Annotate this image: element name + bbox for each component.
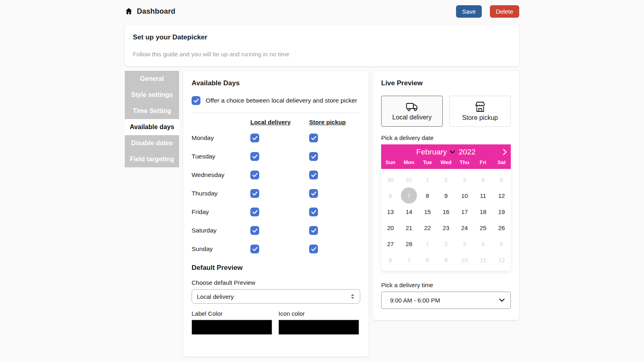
day-column-spacer	[192, 119, 250, 129]
tab-available-days[interactable]: Available days	[125, 119, 179, 135]
delivery-time-value: 9:00 AM - 6:00 PM	[390, 297, 440, 304]
cell	[309, 147, 360, 166]
tab-general[interactable]: General	[125, 71, 179, 87]
select-stepper-icon	[350, 293, 355, 300]
calendar-day-31-muted: 31	[400, 171, 418, 187]
calendar-day-15[interactable]: 15	[418, 204, 437, 220]
day-name-sat: Sat	[492, 159, 511, 165]
calendar-day-28[interactable]: 28	[400, 236, 418, 252]
calendar-day-18[interactable]: 18	[474, 204, 492, 220]
offer-choice-label: Offer a choice between local delievery a…	[206, 97, 357, 104]
next-month-button[interactable]	[503, 149, 507, 155]
calendar-day-11-muted: 11	[474, 252, 492, 268]
setup-intro-card: Set up your Datepicker Follow this guide…	[125, 25, 519, 66]
thursday-local-delivery-checkbox[interactable]	[250, 189, 259, 198]
live-preview-title: Live Preview	[381, 79, 511, 87]
calendar-day-21[interactable]: 21	[400, 220, 418, 236]
day-label-tuesday: Tuesday	[192, 147, 250, 166]
available-days-title: Available Days	[192, 79, 360, 87]
cell	[309, 221, 360, 240]
calendar-day-14[interactable]: 14	[400, 204, 418, 220]
wednesday-store-pickup-checkbox[interactable]	[309, 171, 318, 179]
tab-time-setting[interactable]: Time Setting	[125, 103, 179, 119]
calendar-day-4-muted: 4	[474, 171, 492, 187]
store-pickup-option[interactable]: Store pickup	[449, 96, 511, 127]
cell	[309, 184, 360, 203]
calendar-day-13[interactable]: 13	[381, 204, 400, 220]
chevron-right-icon	[503, 149, 507, 155]
check-icon	[311, 191, 316, 196]
tab-disable-dates[interactable]: Disable dates	[125, 135, 179, 151]
calendar-day-12[interactable]: 12	[492, 187, 511, 204]
cell	[250, 221, 309, 240]
monday-local-delivery-checkbox[interactable]	[250, 134, 259, 142]
local-delivery-option-label: Local delivery	[392, 114, 432, 121]
tuesday-local-delivery-checkbox[interactable]	[250, 152, 259, 161]
day-name-mon: Mon	[400, 159, 418, 165]
calendar-day-17[interactable]: 17	[455, 204, 474, 220]
calendar-day-9[interactable]: 9	[437, 187, 455, 204]
calendar-day-11[interactable]: 11	[474, 187, 492, 204]
top-bar: Dashboard Save Delete	[125, 0, 519, 19]
calendar-day-8[interactable]: 8	[418, 187, 437, 204]
calendar-day-25[interactable]: 25	[474, 220, 492, 236]
default-preview-selected-value: Local delivery	[197, 293, 234, 300]
saturday-store-pickup-checkbox[interactable]	[309, 226, 318, 235]
calendar-day-12-muted: 12	[492, 252, 511, 268]
month-select[interactable]: February	[416, 148, 455, 156]
tab-style-settings[interactable]: Style settings	[125, 87, 179, 103]
label-color-swatch[interactable]	[192, 320, 272, 335]
calendar-day-24[interactable]: 24	[455, 220, 474, 236]
friday-local-delivery-checkbox[interactable]	[250, 208, 259, 216]
cell	[250, 147, 309, 166]
check-icon	[194, 99, 199, 103]
live-preview-card: Live Preview Local delivery	[373, 71, 519, 320]
calendar-day-names: SunMonTueWedThuFriSat	[381, 159, 511, 169]
setup-subtitle: Follow this guide and you will be up and…	[133, 51, 511, 58]
icon-color-swatch[interactable]	[279, 320, 359, 335]
divider	[192, 113, 360, 113]
delete-button[interactable]: Delete	[490, 5, 519, 18]
choose-default-label: Choose default Preview	[192, 279, 360, 286]
check-icon	[311, 173, 316, 177]
datepicker-calendar: February 2022 SunMonTueWedThuFriSat 3031…	[381, 144, 511, 271]
calendar-day-23[interactable]: 23	[437, 220, 455, 236]
saturday-local-delivery-checkbox[interactable]	[250, 226, 259, 235]
calendar-day-7[interactable]: 7	[400, 187, 418, 204]
calendar-day-6-muted: 6	[381, 252, 400, 268]
cell	[250, 166, 309, 184]
calendar-grid: 3031123456789101112131415161718192021222…	[381, 169, 511, 271]
calendar-day-22[interactable]: 22	[418, 220, 437, 236]
day-name-tue: Tue	[418, 159, 437, 165]
friday-store-pickup-checkbox[interactable]	[309, 208, 318, 216]
wednesday-local-delivery-checkbox[interactable]	[250, 171, 259, 179]
calendar-day-10[interactable]: 10	[455, 187, 474, 204]
tuesday-store-pickup-checkbox[interactable]	[309, 152, 318, 161]
calendar-day-20[interactable]: 20	[381, 220, 400, 236]
delivery-time-select[interactable]: 9:00 AM - 6:00 PM	[381, 292, 511, 309]
offer-choice-checkbox[interactable]	[192, 96, 200, 105]
calendar-day-9-muted: 9	[437, 252, 455, 268]
calendar-day-16[interactable]: 16	[437, 204, 455, 220]
calendar-day-26[interactable]: 26	[492, 220, 511, 236]
home-icon	[125, 7, 133, 15]
day-label-friday: Friday	[192, 203, 250, 221]
check-icon	[252, 173, 258, 177]
calendar-day-19[interactable]: 19	[492, 204, 511, 220]
store-pickup-option-label: Store pickup	[462, 114, 498, 121]
thursday-store-pickup-checkbox[interactable]	[309, 189, 318, 198]
sunday-local-delivery-checkbox[interactable]	[250, 245, 259, 253]
save-button[interactable]: Save	[456, 5, 482, 18]
days-table: Local deliveryStore pickupMondayTuesdayW…	[192, 119, 360, 258]
day-label-saturday: Saturday	[192, 221, 250, 240]
column-header-local-delivery: Local delivery	[250, 119, 309, 129]
default-preview-select[interactable]: Local delivery	[192, 289, 360, 304]
local-delivery-option[interactable]: Local delivery	[381, 96, 443, 127]
calendar-day-27[interactable]: 27	[381, 236, 400, 252]
cell	[250, 203, 309, 221]
tab-field-targeting[interactable]: Field targeting	[125, 151, 179, 167]
calendar-year: 2022	[458, 148, 475, 156]
sunday-store-pickup-checkbox[interactable]	[309, 245, 318, 253]
monday-store-pickup-checkbox[interactable]	[309, 134, 318, 142]
calendar-day-6-muted: 6	[381, 187, 400, 204]
